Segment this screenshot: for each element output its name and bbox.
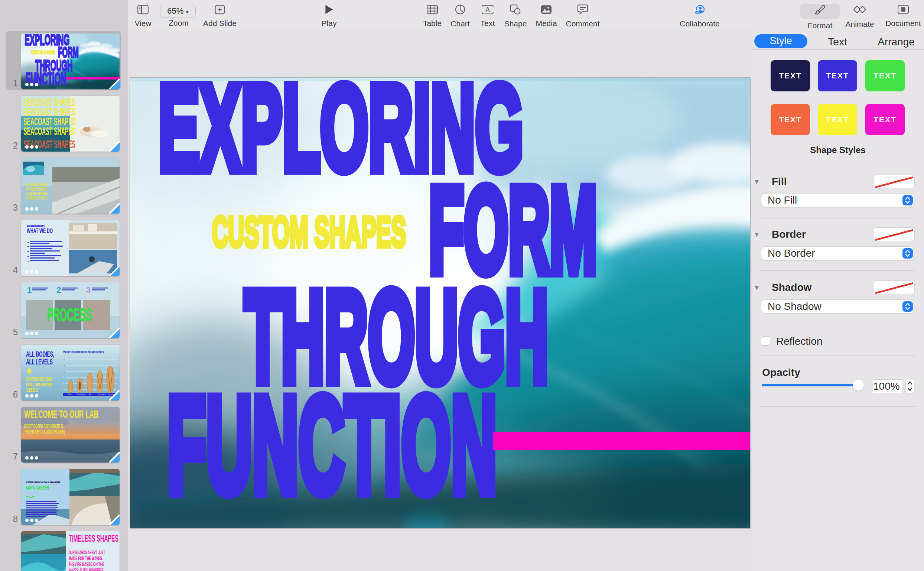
svg-text:Egg: Egg (89, 393, 92, 395)
svg-text:TESTED JUST A BLOCK FROM HQ: TESTED JUST A BLOCK FROM HQ (24, 428, 65, 435)
svg-text:CUSTOM BOARDS.: CUSTOM BOARDS. (26, 195, 48, 201)
svg-text:Fish: Fish (68, 393, 72, 395)
svg-text:OUR BOARDS AREN'T JUST: OUR BOARDS AREN'T JUST (69, 549, 105, 556)
svg-text:MADE FOR THE WAVES.: MADE FOR THE WAVES. (69, 555, 103, 561)
svg-text:WE OFFER BOARDS IN THESE CATEG: WE OFFER BOARDS IN THESE CATEGORIES: (63, 350, 104, 354)
svg-text:THEY'RE BASED ON THE: THEY'RE BASED ON THE (69, 561, 104, 567)
svg-text:SIZES: SIZES (26, 387, 38, 393)
svg-text:PROCESS: PROCESS (47, 305, 92, 325)
svg-text:INTERVIEW WITH A SHAPER: INTERVIEW WITH A SHAPER (26, 481, 60, 484)
svg-text:SEACOAST SHAPES: SEACOAST SHAPES (23, 125, 75, 137)
svg-text:2: 2 (57, 286, 61, 295)
svg-text:Funboard: Funboard (98, 393, 106, 395)
svg-text:WAVES: FLUID, POWERFUL,: WAVES: FLUID, POWERFUL, (69, 567, 105, 571)
svg-text:MAYA CARTER: MAYA CARTER (26, 485, 49, 491)
svg-text:WELCOME TO OUR LAB: WELCOME TO OUR LAB (24, 408, 99, 420)
svg-text:3: 3 (86, 286, 91, 295)
svg-text:A: A (485, 6, 490, 13)
svg-text:ALL BODIES,: ALL BODIES, (26, 350, 54, 358)
svg-text:Shortboard: Shortboard (77, 393, 86, 395)
svg-text:ALL LEVELS: ALL LEVELS (26, 357, 53, 366)
svg-text:1: 1 (27, 286, 32, 295)
svg-text:TIMELESS SHAPES: TIMELESS SHAPES (69, 533, 119, 544)
svg-text:WHAT WE DO: WHAT WE DO (27, 228, 53, 234)
svg-text:ABOUT SEACOAST SHAPES: ABOUT SEACOAST SHAPES (27, 225, 45, 227)
